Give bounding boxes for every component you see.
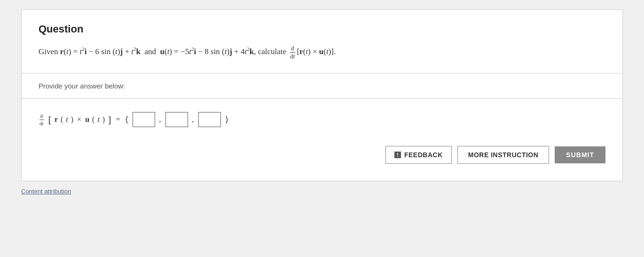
u-answer: u [85, 115, 89, 124]
question-title: Question [39, 23, 605, 35]
t1: t [66, 47, 69, 56]
attribution-link[interactable]: Content attribution [21, 188, 71, 195]
i-bold1: i [85, 47, 87, 56]
angle-open: ⟨ [125, 114, 128, 125]
r-bold2: r [299, 47, 303, 56]
k-bold2: k [250, 47, 254, 56]
r-bold: r [60, 47, 64, 56]
fraction-numerator: d [290, 45, 295, 53]
k-bold1: k [136, 47, 140, 56]
question-card: Question Given r(t) = t2i − 6 sin (t)j +… [21, 9, 623, 181]
times-symbol: × [77, 115, 81, 124]
i-bold2: i [194, 47, 196, 56]
answer-frac-num: d [39, 112, 44, 120]
prompt-text: Provide your answer below: [39, 82, 125, 90]
comma-1: , [159, 115, 161, 124]
submit-button[interactable]: SUBMIT [555, 146, 605, 163]
page-wrapper: Question Given r(t) = t2i − 6 sin (t)j +… [21, 9, 623, 195]
buttons-row: ! FEEDBACK MORE INSTRUCTION SUBMIT [39, 146, 605, 164]
bracket-right: ] [108, 113, 111, 126]
submit-label: SUBMIT [566, 151, 594, 159]
feedback-icon: ! [394, 152, 401, 158]
r-formula: t2 [80, 47, 85, 56]
content-attribution[interactable]: Content attribution [21, 181, 623, 195]
more-instruction-label: MORE INSTRUCTION [468, 151, 539, 159]
bracket-left: [ [48, 113, 52, 126]
answer-input-3[interactable] [198, 112, 221, 127]
answer-formula-row: d dt [ r(t) × u(t) ] = ⟨ , , ⟩ [39, 112, 605, 127]
u-bold2: u [319, 47, 323, 56]
r-answer: r [55, 115, 58, 124]
u-bold: u [160, 47, 164, 56]
answer-fraction: d dt [39, 112, 45, 127]
more-instruction-button[interactable]: MORE INSTRUCTION [457, 146, 550, 164]
angle-close: ⟩ [225, 114, 228, 125]
comma-2: , [192, 115, 194, 124]
question-body: Given r(t) = t2i − 6 sin (t)j + t2k and … [39, 44, 605, 60]
j-bold1: j [120, 47, 123, 56]
section-answer: d dt [ r(t) × u(t) ] = ⟨ , , ⟩ ! [22, 99, 622, 181]
fraction-denominator: dt [289, 53, 296, 60]
equals-sign: = [116, 115, 120, 124]
feedback-button[interactable]: ! FEEDBACK [385, 146, 452, 164]
section-question: Question Given r(t) = t2i − 6 sin (t)j +… [22, 10, 622, 73]
j-bold2: j [229, 47, 232, 56]
section-prompt: Provide your answer below: [22, 73, 622, 99]
derivative-fraction: d dt [289, 45, 296, 60]
question-text: Given r(t) = t2i − 6 sin (t)j + t2k and … [39, 47, 336, 56]
answer-frac-den: dt [39, 120, 45, 127]
answer-input-2[interactable] [165, 112, 188, 127]
feedback-label: FEEDBACK [404, 151, 443, 159]
answer-input-1[interactable] [133, 112, 155, 127]
